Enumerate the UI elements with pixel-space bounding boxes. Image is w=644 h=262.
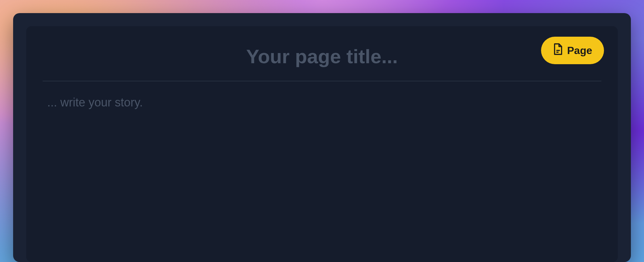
page-icon bbox=[553, 43, 563, 58]
editor-inner-panel bbox=[26, 26, 618, 262]
page-title-input[interactable] bbox=[43, 39, 601, 81]
title-body-divider bbox=[43, 81, 601, 81]
page-type-label: Page bbox=[567, 45, 592, 57]
page-type-badge: Page bbox=[541, 37, 604, 64]
editor-outer-panel: Page bbox=[13, 13, 631, 262]
page-body-input[interactable] bbox=[43, 96, 601, 194]
